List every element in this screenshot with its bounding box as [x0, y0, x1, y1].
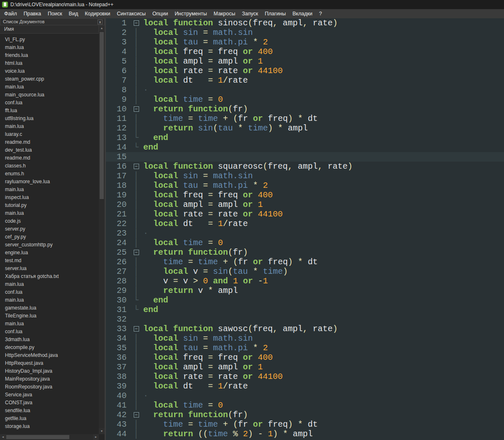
- list-item[interactable]: main.lua: [0, 209, 99, 217]
- list-item[interactable]: main.lua: [0, 280, 99, 288]
- code-text[interactable]: local ampl = ampl or 1: [142, 57, 504, 66]
- line-number[interactable]: 29: [106, 286, 130, 295]
- line-number[interactable]: 42: [106, 410, 130, 420]
- code-text[interactable]: ·: [142, 391, 504, 401]
- code-text[interactable]: local sin = math.sin: [142, 334, 504, 343]
- code-text[interactable]: return sin(tau * time) * ampl: [142, 123, 504, 133]
- list-item[interactable]: CONST.java: [0, 399, 99, 407]
- list-item[interactable]: steam_power.cpp: [0, 75, 99, 83]
- list-item[interactable]: test.md: [0, 257, 99, 265]
- line-number[interactable]: 26: [106, 257, 130, 267]
- line-number[interactable]: 18: [106, 181, 130, 190]
- list-item[interactable]: HttpRequest.java: [0, 359, 99, 367]
- code-text[interactable]: local tau = math.pi * 2: [142, 181, 504, 190]
- list-item[interactable]: luaray.c: [0, 130, 99, 138]
- list-item[interactable]: fft.lua: [0, 107, 99, 115]
- list-item[interactable]: decompile.py: [0, 344, 99, 352]
- line-number[interactable]: 7: [106, 76, 130, 85]
- menu-item-encoding[interactable]: Кодировки: [81, 9, 113, 18]
- list-item[interactable]: utf8string.lua: [0, 115, 99, 123]
- list-item[interactable]: MainRepository.java: [0, 375, 99, 383]
- list-item[interactable]: html.lua: [0, 59, 99, 67]
- code-text[interactable]: local ampl = ampl or 1: [142, 200, 504, 209]
- list-item[interactable]: getfile.lua: [0, 415, 99, 423]
- code-text[interactable]: return function(fr): [142, 410, 504, 420]
- line-number[interactable]: 21: [106, 209, 130, 219]
- list-item[interactable]: main.lua: [0, 296, 99, 304]
- list-item[interactable]: classes.h: [0, 162, 99, 170]
- line-number[interactable]: 3: [106, 37, 130, 47]
- line-number[interactable]: 13: [106, 133, 130, 143]
- line-number[interactable]: 27: [106, 267, 130, 276]
- fold-collapse-icon[interactable]: −: [134, 412, 139, 418]
- line-number[interactable]: 33: [106, 324, 130, 334]
- line-number[interactable]: 30: [106, 295, 130, 305]
- list-item[interactable]: code.js: [0, 217, 99, 225]
- menu-item-settings[interactable]: Опции: [149, 9, 171, 18]
- list-item[interactable]: inspect.lua: [0, 194, 99, 202]
- code-text[interactable]: time = time + (fr or freq) * dt: [142, 420, 504, 429]
- line-number[interactable]: 14: [106, 143, 130, 152]
- scroll-left-icon[interactable]: ◄: [0, 434, 6, 440]
- line-number[interactable]: 25: [106, 248, 130, 257]
- code-text[interactable]: [142, 152, 504, 162]
- line-number[interactable]: 8: [106, 85, 130, 95]
- code-text[interactable]: end: [142, 143, 504, 152]
- code-text[interactable]: local v = sin(tau * time): [142, 267, 504, 276]
- code-text[interactable]: return ((time % 2) - 1) * ampl: [142, 429, 504, 439]
- code-text[interactable]: local rate = rate or 44100: [142, 209, 504, 219]
- line-number[interactable]: 34: [106, 334, 130, 343]
- list-item[interactable]: conf.lua: [0, 328, 99, 336]
- line-number[interactable]: 9: [106, 95, 130, 104]
- panel-close-button[interactable]: x: [98, 20, 103, 25]
- menu-item-tools[interactable]: Инструменты: [171, 9, 210, 18]
- list-item[interactable]: 3dmath.lua: [0, 336, 99, 344]
- line-number[interactable]: 36: [106, 353, 130, 362]
- code-text[interactable]: time = time + (fr or freq) * dt: [142, 257, 504, 267]
- code-text[interactable]: local rate = rate or 44100: [142, 66, 504, 76]
- line-number[interactable]: 44: [106, 429, 130, 439]
- menu-item-run[interactable]: Запуск: [239, 9, 262, 18]
- list-item[interactable]: server.lua: [0, 265, 99, 273]
- fold-collapse-icon[interactable]: −: [134, 164, 139, 169]
- list-item[interactable]: main.lua: [0, 44, 99, 52]
- code-text[interactable]: local freq = freq or 400: [142, 190, 504, 200]
- menu-item-language[interactable]: Синтаксисы: [113, 9, 149, 18]
- code-text[interactable]: local sin = math.sin: [142, 28, 504, 37]
- vertical-scroll-thumb[interactable]: [100, 32, 104, 199]
- list-item[interactable]: enums.h: [0, 170, 99, 178]
- line-number[interactable]: 32: [106, 315, 130, 324]
- line-number[interactable]: 17: [106, 171, 130, 181]
- code-text[interactable]: v = v > 0 and 1 or -1: [142, 276, 504, 286]
- fold-collapse-icon[interactable]: −: [134, 250, 139, 255]
- code-text[interactable]: local sin = math.sin: [142, 171, 504, 181]
- list-item[interactable]: tutorial.py: [0, 202, 99, 209]
- list-item[interactable]: readme.md: [0, 138, 99, 146]
- list-item[interactable]: RoomRepository.java: [0, 383, 99, 391]
- code-text[interactable]: end: [142, 295, 504, 305]
- list-item[interactable]: dev_test.lua: [0, 146, 99, 154]
- list-item[interactable]: VI_FL.py: [0, 36, 99, 44]
- menu-item-search[interactable]: Поиск: [44, 9, 66, 18]
- code-text[interactable]: local dt = 1/rate: [142, 219, 504, 229]
- list-item[interactable]: rayluamore_love.lua: [0, 178, 99, 186]
- code-text[interactable]: local dt = 1/rate: [142, 76, 504, 85]
- list-item[interactable]: server.py: [0, 225, 99, 233]
- line-number[interactable]: 41: [106, 401, 130, 410]
- line-number[interactable]: 20: [106, 200, 130, 209]
- code-text[interactable]: local time = 0: [142, 238, 504, 248]
- line-number[interactable]: 28: [106, 276, 130, 286]
- list-item[interactable]: engine.lua: [0, 249, 99, 257]
- fold-collapse-icon[interactable]: −: [134, 326, 139, 332]
- code-text[interactable]: local time = 0: [142, 95, 504, 104]
- code-text[interactable]: ·: [142, 229, 504, 238]
- list-item[interactable]: HttpServiceMethod.java: [0, 352, 99, 359]
- list-item[interactable]: main.lua: [0, 123, 99, 130]
- line-number[interactable]: 6: [106, 66, 130, 76]
- code-text[interactable]: local function sinosc(freq, ampl, rate): [142, 18, 504, 28]
- code-text[interactable]: end: [142, 305, 504, 315]
- list-item[interactable]: main.lua: [0, 83, 99, 91]
- code-text[interactable]: local tau = math.pi * 2: [142, 343, 504, 353]
- code-text[interactable]: local freq = freq or 400: [142, 47, 504, 57]
- list-item[interactable]: storage.lua: [0, 423, 99, 430]
